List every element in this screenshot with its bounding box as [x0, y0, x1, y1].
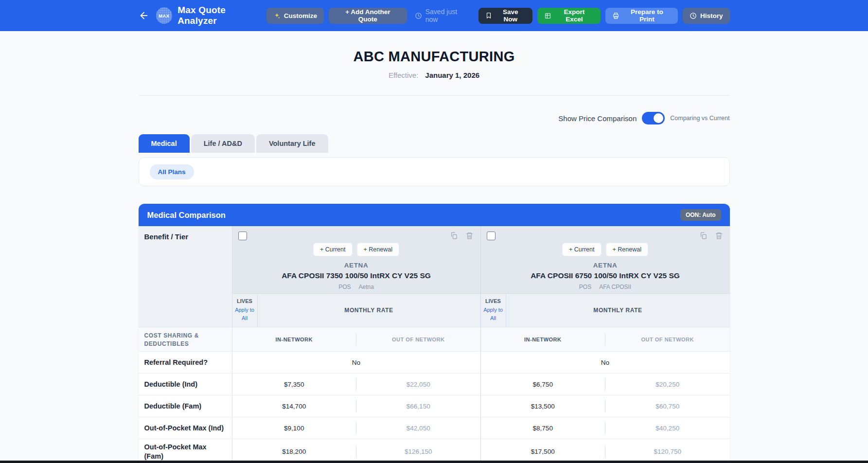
copy-icon[interactable] [699, 232, 708, 240]
out-of-network-header: OUT OF NETWORK [605, 327, 730, 351]
effective-date-row: Effective: January 1, 2026 [139, 71, 730, 79]
plan-name: AFA CPOSII 7350 100/50 IntRX CY V25 SG [232, 271, 480, 280]
cell-value-in-network: $14,700 [232, 395, 356, 417]
back-button[interactable] [139, 10, 149, 21]
export-excel-button[interactable]: Export Excel [537, 8, 601, 24]
apply-to-all-link[interactable]: Apply to All [481, 306, 505, 322]
in-network-header: IN-NETWORK [481, 327, 605, 351]
cell-value-in-network: $13,500 [481, 395, 605, 417]
cell-value-in-network: $17,500 [481, 439, 605, 463]
add-renewal-button[interactable]: + Renewal [357, 243, 399, 256]
lives-rate-row-plan-2: LIVES Apply to All MONTHLY RATE [481, 294, 730, 327]
plan-type-badge: POS [338, 284, 351, 290]
save-now-button[interactable]: Save Now [478, 8, 532, 24]
add-another-quote-button[interactable]: + Add Another Quote [329, 8, 407, 24]
cell-value-in-network: $8,750 [481, 417, 605, 439]
monthly-rate-label: MONTHLY RATE [506, 294, 730, 327]
cell-value-in-network: $18,200 [232, 439, 356, 463]
cell-value-in-network: $7,350 [232, 374, 356, 395]
oon-auto-badge[interactable]: OON: Auto [680, 209, 721, 221]
app-title: Max Quote Analyzer [177, 5, 266, 26]
cell-value-in-network: $6,750 [481, 374, 605, 395]
plan-network-badge: AFA CPOSII [599, 284, 631, 290]
customize-button[interactable]: Customize [266, 8, 324, 24]
tab-voluntary-life[interactable]: Voluntary Life [256, 134, 328, 153]
lives-rate-row-plan-1: LIVES Apply to All MONTHLY RATE [232, 294, 481, 327]
row-label: Deductible (Fam) [139, 395, 232, 417]
cell-value-out-network: $60,750 [605, 395, 730, 417]
customize-label: Customize [284, 12, 317, 19]
copy-icon[interactable] [450, 232, 458, 240]
add-current-button[interactable]: + Current [562, 243, 601, 256]
spreadsheet-icon [544, 12, 551, 19]
cell-value-out-network: $126,150 [356, 439, 480, 463]
history-label: History [700, 12, 723, 19]
history-button[interactable]: History [683, 8, 730, 24]
tab-life-add[interactable]: Life / AD&D [191, 134, 255, 153]
save-now-label: Save Now [496, 8, 526, 23]
benefit-tier-header: Benefit / Tier [139, 226, 232, 327]
plan-2-checkbox[interactable] [487, 232, 496, 240]
cell-value-in-network: $9,100 [232, 417, 356, 439]
plan-name: AFA CPOSII 6750 100/50 IntRX CY V25 SG [481, 271, 730, 280]
printer-icon [612, 12, 620, 19]
sparkles-icon [273, 12, 281, 19]
effective-date-value: January 1, 2026 [425, 71, 479, 79]
product-tabs: Medical Life / AD&D Voluntary Life [139, 134, 730, 153]
trash-icon[interactable] [465, 232, 474, 240]
prepare-to-print-button[interactable]: Prepare to Print [605, 8, 678, 24]
toggle-knob [654, 113, 663, 123]
add-quote-label: + Add Another Quote [336, 8, 400, 23]
price-comparison-controls: Show Price Comparison Comparing vs Curre… [139, 112, 730, 125]
apply-to-all-link[interactable]: Apply to All [233, 306, 256, 322]
show-price-comparison-toggle[interactable] [642, 112, 665, 125]
table-row-cell: $6,750 $20,250 [481, 374, 730, 395]
lives-label: LIVES [485, 298, 501, 304]
cell-value-out-network: $22,050 [356, 374, 480, 395]
cell-value-out-network: $20,250 [605, 374, 730, 395]
plan-carrier: AETNA [481, 262, 730, 269]
table-row-cell: $14,700 $66,150 [232, 395, 481, 417]
add-current-button[interactable]: + Current [313, 243, 352, 256]
tab-medical[interactable]: Medical [139, 134, 190, 153]
row-label: Referral Required? [139, 352, 232, 374]
in-network-header: IN-NETWORK [232, 327, 356, 351]
network-headers-plan-2: IN-NETWORK OUT OF NETWORK [481, 327, 730, 352]
clock-icon [690, 12, 697, 19]
show-price-comparison-label: Show Price Comparison [558, 114, 637, 123]
bookmark-icon [485, 12, 492, 19]
comparing-note: Comparing vs Current [670, 115, 729, 122]
print-label: Prepare to Print [623, 8, 671, 23]
add-renewal-button[interactable]: + Renewal [606, 243, 648, 256]
arrow-left-icon [139, 10, 149, 21]
trash-icon[interactable] [715, 232, 723, 240]
logo-text: MAX [159, 13, 170, 18]
clock-icon [415, 12, 422, 19]
plan-type-badge: POS [579, 284, 591, 290]
cell-value: No [232, 352, 480, 373]
cell-value-out-network: $66,150 [356, 395, 480, 417]
table-row-cell: $17,500 $120,750 [481, 439, 730, 463]
row-label: Out-of-Pocket Max (Ind) [139, 417, 232, 439]
plan-filter-card: All Plans [139, 157, 730, 186]
lives-label: LIVES [237, 298, 252, 304]
medical-comparison-panel: Medical Comparison OON: Auto Benefit / T… [139, 204, 730, 463]
row-label: Deductible (Ind) [139, 374, 232, 395]
plan-1-checkbox[interactable] [238, 232, 247, 240]
table-row-cell: $18,200 $126,150 [232, 439, 481, 463]
page-title: ABC MANUFACTURING [139, 49, 730, 65]
table-row-cell: $7,350 $22,050 [232, 374, 481, 395]
table-row-cell: No [232, 352, 481, 374]
plan-header-2: + Current + Renewal AETNA AFA CPOSII 675… [481, 226, 730, 294]
table-row-cell: No [481, 352, 730, 374]
effective-label: Effective: [389, 71, 418, 79]
section-divider [139, 95, 730, 96]
network-headers-plan-1: IN-NETWORK OUT OF NETWORK [232, 327, 481, 352]
row-label: Out-of-Pocket Max (Fam) [139, 439, 232, 463]
plan-header-1: + Current + Renewal AETNA AFA CPOSII 735… [232, 226, 481, 294]
saved-status-label: Saved just now [425, 8, 471, 23]
top-navbar: MAX Max Quote Analyzer Customize + Add A… [0, 0, 868, 31]
plan-network-badge: Aetna [358, 284, 373, 290]
all-plans-chip[interactable]: All Plans [150, 164, 194, 179]
app-logo: MAX [156, 7, 173, 24]
